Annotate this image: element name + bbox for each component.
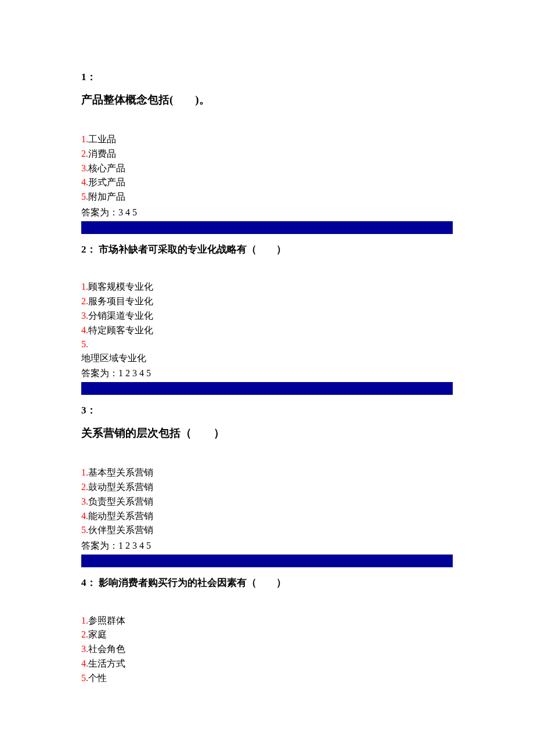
answer-text: 答案为：1 2 3 4 5: [81, 366, 453, 381]
option-text: 鼓动型关系营销: [88, 482, 153, 492]
option-number: 2.: [81, 629, 88, 639]
options-list: 1.工业品 2.消费品 3.核心产品 4.形式产品 5.附加产品: [81, 132, 453, 204]
option-text: 负责型关系营销: [88, 496, 153, 506]
option-item: 3.核心产品: [81, 161, 453, 176]
option-number: 2.: [81, 149, 88, 159]
option-number: 1.: [81, 467, 88, 477]
question-text: 产品整体概念包括( )。: [81, 92, 453, 109]
option-number: 3.: [81, 644, 88, 654]
option-text: 家庭: [88, 629, 107, 639]
option-item: 3.负责型关系营销: [81, 495, 453, 509]
option-item: 4.形式产品: [81, 175, 453, 190]
question-3: 3： 关系营销的层次包括（ ） 1.基本型关系营销 2.鼓动型关系营销 3.负责…: [81, 403, 453, 567]
question-number: 1：: [81, 70, 453, 85]
option-text: 参照群体: [88, 615, 125, 625]
option-number: 1.: [81, 615, 88, 625]
question-number: 4：: [81, 577, 96, 588]
option-number: 5.: [81, 673, 88, 683]
option-item: 5.个性: [81, 671, 453, 686]
option-item: 1.参照群体: [81, 614, 453, 628]
option-text: 能动型关系营销: [88, 511, 153, 521]
option-text: 消费品: [88, 149, 116, 159]
option-text: 核心产品: [88, 163, 125, 173]
option-number: 4.: [81, 177, 88, 187]
question-2: 2： 市场补缺者可采取的专业化战略有（ ） 1.顾客规模专业化 2.服务项目专业…: [81, 242, 453, 395]
option-number: 4.: [81, 325, 88, 335]
option-number: 3.: [81, 163, 88, 173]
option-text: 伙伴型关系营销: [88, 525, 153, 535]
options-list: 1.顾客规模专业化 2.服务项目专业化 3.分销渠道专业化 4.特定顾客专业化 …: [81, 280, 453, 365]
divider-bar: [81, 221, 453, 234]
option-number: 3.: [81, 496, 88, 506]
option-item: 1.顾客规模专业化: [81, 280, 453, 294]
question-header: 4： 影响消费者购买行为的社会因素有（ ）: [81, 575, 453, 591]
option-number: 3.: [81, 311, 88, 321]
option-number: 1.: [81, 134, 88, 144]
option-item: 2.家庭: [81, 628, 453, 642]
option-text: 分销渠道专业化: [88, 311, 153, 321]
options-list: 1.参照群体 2.家庭 3.社会角色 4.生活方式 5.个性: [81, 614, 453, 686]
question-1: 1： 产品整体概念包括( )。 1.工业品 2.消费品 3.核心产品 4.形式产…: [81, 70, 453, 234]
option-number: 5.: [81, 525, 88, 535]
option-number: 4.: [81, 658, 88, 668]
option-item: 1.工业品: [81, 132, 453, 147]
question-number: 2：: [81, 244, 96, 255]
option-item: 5.附加产品: [81, 190, 453, 204]
option-number: 2.: [81, 482, 88, 492]
option-number-alone: 5.: [81, 337, 453, 351]
option-item: 3.分销渠道专业化: [81, 309, 453, 323]
divider-bar: [81, 555, 453, 567]
option-text: 顾客规模专业化: [88, 282, 153, 291]
option-item: 5.伙伴型关系营销: [81, 523, 453, 538]
option-number: 5.: [81, 192, 88, 201]
option-item: 4.生活方式: [81, 657, 453, 671]
option-text: 服务项目专业化: [88, 296, 153, 306]
option-text-overflow: 地理区域专业化: [81, 351, 453, 365]
option-text: 生活方式: [88, 658, 125, 668]
option-item: 3.社会角色: [81, 642, 453, 657]
option-item: 4.能动型关系营销: [81, 509, 453, 524]
question-4: 4： 影响消费者购买行为的社会因素有（ ） 1.参照群体 2.家庭 3.社会角色…: [81, 575, 453, 685]
option-text: 社会角色: [88, 644, 125, 654]
option-text: 个性: [88, 673, 107, 683]
option-number: 1.: [81, 282, 88, 291]
option-text: 附加产品: [88, 192, 125, 201]
answer-text: 答案为：3 4 5: [81, 206, 453, 220]
question-header: 2： 市场补缺者可采取的专业化战略有（ ）: [81, 242, 453, 257]
option-text: 基本型关系营销: [88, 467, 153, 477]
question-text: 市场补缺者可采取的专业化战略有（ ）: [99, 244, 286, 255]
option-item: 4.特定顾客专业化: [81, 323, 453, 338]
option-number: 2.: [81, 296, 88, 306]
question-text: 影响消费者购买行为的社会因素有（ ）: [99, 577, 286, 588]
option-item: 2.鼓动型关系营销: [81, 480, 453, 495]
option-text: 工业品: [88, 134, 116, 144]
option-item: 2.消费品: [81, 147, 453, 161]
question-number: 3：: [81, 403, 453, 418]
option-item: 2.服务项目专业化: [81, 294, 453, 309]
question-text: 关系营销的层次包括（ ）: [81, 425, 453, 442]
options-list: 1.基本型关系营销 2.鼓动型关系营销 3.负责型关系营销 4.能动型关系营销 …: [81, 466, 453, 538]
divider-bar: [81, 382, 453, 395]
option-item: 1.基本型关系营销: [81, 466, 453, 480]
option-number: 4.: [81, 511, 88, 521]
option-text: 特定顾客专业化: [88, 325, 153, 335]
option-text: 形式产品: [88, 177, 125, 187]
answer-text: 答案为：1 2 3 4 5: [81, 539, 453, 553]
